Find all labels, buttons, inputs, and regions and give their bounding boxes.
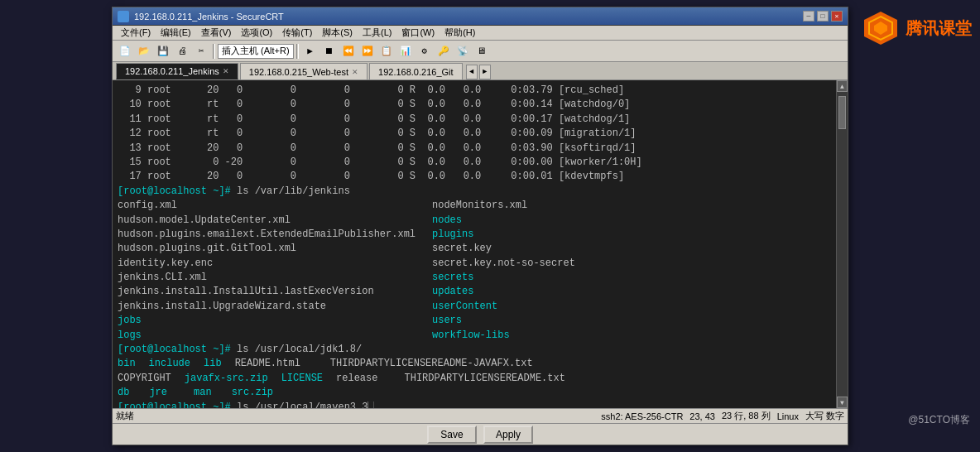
terminal-line: logs workflow-libs [118, 329, 831, 343]
terminal-line: config.xml nodeMonitors.xml [118, 199, 831, 213]
status-ready: 就绪 [116, 410, 594, 422]
toolbar-btn-i[interactable]: 📡 [454, 43, 472, 60]
terminal-line: bin include lib README.html THIRDPARTYLI… [118, 357, 831, 371]
toolbar-btn-f[interactable]: 📊 [396, 43, 415, 60]
toolbar-new[interactable]: 📄 [116, 43, 134, 60]
tab-webtest-close[interactable]: ✕ [352, 68, 358, 76]
toolbar-cut[interactable]: ✂ [192, 43, 210, 60]
terminal-line: 15 root 0 -20 0 0 0 S 0.0 0.0 0:00.00 [k… [118, 156, 831, 170]
tencent-label: 腾讯课堂 [906, 17, 972, 40]
tencent-watermark: 腾讯课堂 [861, 8, 972, 48]
terminal-line: [root@localhost ~]# ls /usr/local/maven3… [118, 401, 831, 408]
toolbar-btn-h[interactable]: 🔑 [435, 43, 453, 60]
scrollbar-thumb[interactable] [838, 96, 846, 129]
terminal-line: [root@localhost ~]# ls /usr/local/jdk1.8… [118, 343, 831, 357]
menu-edit[interactable]: 编辑(E) [156, 26, 196, 40]
toolbar-sep-1 [213, 44, 215, 59]
menu-bar: 文件(F) 编辑(E) 查看(V) 选项(O) 传输(T) 脚本(S) 工具(L… [113, 26, 848, 41]
terminal-line: 11 root rt 0 0 0 0 S 0.0 0.0 0:00.17 [wa… [118, 113, 831, 127]
toolbar-open[interactable]: 📂 [135, 43, 153, 60]
terminal-line: jobs users [118, 314, 831, 328]
terminal-line: [root@localhost ~]# ls /var/lib/jenkins [118, 185, 831, 199]
tab-jenkins-label: 192.168.0.211_Jenkins [125, 66, 219, 76]
menu-script[interactable]: 脚本(S) [317, 26, 358, 40]
title-bar: 192.168.0.211_Jenkins - SecureCRT ─ □ ✕ [113, 7, 848, 26]
tab-webtest[interactable]: 192.168.0.215_Web-test ✕ [240, 63, 368, 79]
terminal-scrollbar[interactable]: ▲ ▼ [836, 80, 848, 408]
status-size: 大写 数字 [805, 410, 844, 422]
status-position: 23, 43 [689, 411, 715, 421]
terminal[interactable]: 9 root 20 0 0 0 0 R 0.0 0.0 0:03.79 [rcu… [113, 80, 836, 408]
toolbar-print[interactable]: 🖨 [173, 43, 191, 60]
apply-button[interactable]: Apply [483, 426, 533, 444]
terminal-line: jenkins.CLI.xml secrets [118, 271, 831, 285]
tencent-logo-icon [861, 8, 901, 48]
status-session: ssh2: AES-256-CTR [601, 411, 683, 421]
toolbar-btn-b[interactable]: ⏹ [320, 43, 339, 60]
status-bar: 就绪 ssh2: AES-256-CTR 23, 43 23 行, 88 列 L… [113, 408, 848, 423]
toolbar: 📄 📂 💾 🖨 ✂ 插入主机 (Alt+R) ▶ ⏹ ⏪ ⏩ 📋 📊 ⚙ 🔑 📡… [113, 41, 848, 62]
toolbar-btn-j[interactable]: 🖥 [473, 43, 491, 60]
status-encoding: Linux [777, 411, 799, 421]
terminal-line: 17 root 20 0 0 0 0 S 0.0 0.0 0:00.01 [kd… [118, 170, 831, 184]
window-controls: ─ □ ✕ [803, 11, 843, 22]
tab-jenkins-close[interactable]: ✕ [223, 67, 229, 75]
tab-nav-prev[interactable]: ◄ [466, 65, 478, 79]
terminal-line: hudson.plugins.emailext.ExtendedEmailPub… [118, 228, 831, 242]
menu-file[interactable]: 文件(F) [116, 26, 156, 40]
bottom-buttons: Save Apply [113, 423, 848, 445]
toolbar-sep-2 [296, 44, 299, 59]
menu-window[interactable]: 窗口(W) [396, 26, 440, 40]
close-button[interactable]: ✕ [831, 11, 843, 22]
scrollbar-down[interactable]: ▼ [837, 397, 848, 408]
tab-jenkins[interactable]: 192.168.0.211_Jenkins ✕ [116, 63, 238, 79]
save-button[interactable]: Save [427, 426, 477, 444]
toolbar-input-field[interactable]: 插入主机 (Alt+R) [218, 44, 294, 59]
securecrt-window: 192.168.0.211_Jenkins - SecureCRT ─ □ ✕ … [112, 7, 848, 445]
toolbar-btn-a[interactable]: ▶ [301, 43, 319, 60]
minimize-button[interactable]: ─ [803, 11, 814, 22]
terminal-line: 13 root 20 0 0 0 0 S 0.0 0.0 0:03.90 [ks… [118, 142, 831, 156]
terminal-line: 10 root rt 0 0 0 0 S 0.0 0.0 0:00.14 [wa… [118, 98, 831, 112]
status-lines: 23 行, 88 列 [722, 410, 771, 422]
toolbar-btn-c[interactable]: ⏪ [339, 43, 358, 60]
window-title: 192.168.0.211_Jenkins - SecureCRT [134, 12, 803, 22]
menu-transfer[interactable]: 传输(T) [277, 26, 317, 40]
terminal-line: hudson.model.UpdateCenter.xml nodes [118, 214, 831, 228]
menu-tools[interactable]: 工具(L) [358, 26, 396, 40]
terminal-line: 12 root rt 0 0 0 0 S 0.0 0.0 0:00.09 [mi… [118, 127, 831, 141]
tab-bar: 192.168.0.211_Jenkins ✕ 192.168.0.215_We… [113, 62, 848, 80]
cto-text: @51CTO博客 [908, 414, 970, 426]
cto-watermark: @51CTO博客 [908, 413, 970, 427]
terminal-container: 9 root 20 0 0 0 0 R 0.0 0.0 0:03.79 [rcu… [113, 80, 848, 408]
terminal-line: identity.key.enc secret.key.not-so-secre… [118, 257, 831, 271]
tab-webtest-label: 192.168.0.215_Web-test [249, 67, 348, 77]
scrollbar-track [837, 92, 848, 397]
toolbar-btn-e[interactable]: 📋 [377, 43, 396, 60]
app-icon [118, 11, 129, 22]
tab-git[interactable]: 192.168.0.216_Git [369, 63, 463, 79]
terminal-line: 9 root 20 0 0 0 0 R 0.0 0.0 0:03.79 [rcu… [118, 84, 831, 98]
terminal-line: jenkins.install.InstallUtil.lastExecVers… [118, 285, 831, 299]
toolbar-btn-g[interactable]: ⚙ [416, 43, 434, 60]
terminal-line: COPYRIGHT javafx-src.zip LICENSE release… [118, 372, 831, 386]
toolbar-save[interactable]: 💾 [154, 43, 172, 60]
toolbar-btn-d[interactable]: ⏩ [358, 43, 377, 60]
scrollbar-up[interactable]: ▲ [837, 80, 848, 92]
menu-help[interactable]: 帮助(H) [440, 26, 480, 40]
terminal-line: jenkins.install.UpgradeWizard.state user… [118, 300, 831, 314]
tab-nav-next[interactable]: ► [479, 65, 491, 79]
menu-view[interactable]: 查看(V) [196, 26, 237, 40]
maximize-button[interactable]: □ [817, 11, 829, 22]
terminal-line: db jre man src.zip [118, 386, 831, 400]
menu-options[interactable]: 选项(O) [236, 26, 277, 40]
tab-git-label: 192.168.0.216_Git [378, 67, 454, 77]
terminal-line: hudson.plugins.git.GitTool.xml secret.ke… [118, 242, 831, 256]
